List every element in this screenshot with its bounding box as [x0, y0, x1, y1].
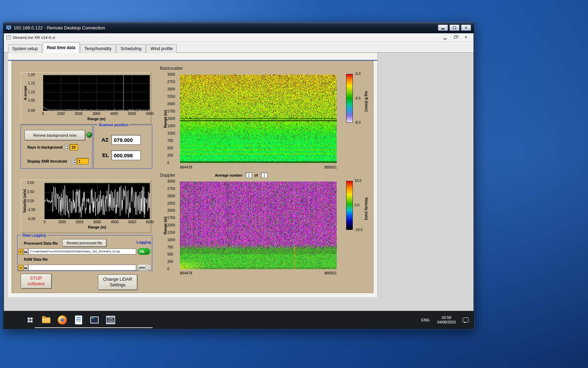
tick-label: 1.10: [28, 90, 41, 94]
tick-label: 1.05: [28, 98, 41, 103]
processed-logging-toggle[interactable]: ON: [138, 248, 150, 255]
rdp-maximize-button[interactable]: [449, 25, 460, 31]
stop-software-button[interactable]: STOPsoftware: [21, 274, 51, 288]
tick-label: 2750: [167, 80, 178, 84]
rays-spinner[interactable]: [65, 144, 69, 150]
velocity-y-axis-label: Velocity (m/s): [22, 183, 27, 219]
tick-label: 750: [167, 245, 178, 250]
doppler-heatmap[interactable]: [180, 182, 337, 269]
tick-label: 1500: [167, 117, 178, 121]
toggle-knob: [145, 265, 149, 270]
tick-label: 3000: [167, 73, 178, 77]
taskbar-underline: [35, 327, 153, 328]
ascope-plot[interactable]: [43, 75, 150, 111]
of-label: of: [254, 173, 258, 177]
tab-scheduling[interactable]: Scheduling: [116, 44, 145, 53]
renew-background-button[interactable]: Renew background now: [24, 130, 85, 140]
raw-browse-button[interactable]: [23, 265, 28, 271]
start-button[interactable]: [25, 315, 35, 325]
processed-browse-button[interactable]: [23, 249, 28, 254]
snr-threshold-label: Display SNR threshold: [27, 159, 67, 163]
scan-scheduler-button[interactable]: Scan Sched: [105, 315, 116, 325]
tick-label: 1750: [167, 216, 178, 220]
doppler-x-labels: 894478 895501: [180, 271, 337, 275]
raw-drive-box[interactable]: C: [19, 265, 23, 271]
app-titlebar[interactable]: StreamLine XR v14-6.vi ✕: [4, 33, 474, 42]
tick-label: 0: [167, 161, 178, 165]
scanner-position-box: Scanner position AZ 079.000 EL 000.098: [93, 125, 152, 169]
tick-label: 1250: [167, 124, 178, 128]
rdp-client-area: StreamLine XR v14-6.vi ✕ System setup Re…: [4, 33, 474, 328]
tick-label: 500: [167, 252, 178, 257]
raw-data-file-path[interactable]: [28, 265, 136, 271]
snr-spinner[interactable]: [72, 158, 76, 164]
ascope-plot-group: A-scope 1.201.151.101.050.99 01000200030…: [21, 72, 151, 124]
tick-label: 250: [167, 154, 178, 158]
rdp-titlebar[interactable]: 192.168.0.122 - Remote Desktop Connectio…: [3, 22, 474, 33]
app-window-icon: [90, 316, 99, 323]
tick-label: -5.00: [27, 217, 41, 221]
desktop-background: 192.168.0.122 - Remote Desktop Connectio…: [0, 0, 588, 368]
tick-label: 0: [167, 267, 178, 271]
tab-wind-profile[interactable]: Wind profile: [146, 44, 177, 53]
tick-label: 500: [167, 146, 178, 150]
taskbar-date: 04/08/2023: [437, 320, 456, 325]
processed-data-file-path[interactable]: C:\Lidar\Data\Proc\2023\202308\20230804\…: [28, 248, 136, 254]
restart-processed-file-button[interactable]: Restart processed file: [62, 239, 106, 247]
velocity-plot[interactable]: [44, 183, 150, 219]
tick-label: 0: [42, 112, 44, 116]
average-count-field[interactable]: 1: [246, 172, 252, 178]
renew-background-led: [86, 132, 92, 138]
az-value-field[interactable]: 079.000: [111, 135, 141, 145]
app-minimize-button[interactable]: [440, 34, 450, 41]
doppler-colorbar[interactable]: [346, 181, 353, 230]
tab-system-setup[interactable]: System setup: [8, 44, 42, 53]
tick-label: 1.15: [28, 81, 41, 86]
tick-label: 3000: [167, 179, 178, 184]
app-restore-button[interactable]: [450, 34, 461, 41]
taskbar-clock[interactable]: 02:50 04/08/2023: [434, 315, 459, 325]
raw-data-file-label: RAW Data file: [24, 257, 48, 261]
velocity-x-axis-label: Range (m): [44, 225, 150, 229]
firefox-button[interactable]: [57, 315, 68, 325]
toggle-knob: [144, 249, 149, 254]
average-total-field[interactable]: 1: [261, 172, 267, 178]
backscatter-x-labels: 894478 895501: [180, 165, 337, 169]
app-close-button[interactable]: ✕: [461, 34, 471, 41]
rdp-minimize-button[interactable]: [438, 25, 448, 31]
tick-label: 0.00: [27, 199, 41, 203]
tick-label: 2000: [75, 112, 83, 116]
change-lidar-settings-button[interactable]: Change LiDARSettings: [98, 274, 137, 290]
file-explorer-button[interactable]: [41, 315, 51, 325]
scanner-position-title: Scanner position: [97, 123, 130, 127]
notification-icon[interactable]: [463, 318, 469, 322]
document-app-button[interactable]: [73, 315, 84, 325]
backscatter-y-ticks: 3000275025002250200017501500125010007505…: [168, 75, 178, 163]
backscatter-colorbar-label: log B (/m/sr): [363, 82, 368, 121]
tick-label: 2750: [167, 187, 178, 191]
tab-temp-humidity[interactable]: Temp/humidity: [80, 44, 115, 53]
average-number-label: Average number: [215, 173, 243, 177]
processed-data-file-label: Processed Data file: [24, 241, 58, 245]
background-controls-box: Renew background now Rays in background …: [21, 125, 92, 169]
processed-drive-box[interactable]: C: [19, 249, 23, 254]
language-indicator[interactable]: ENG: [417, 318, 434, 322]
ascope-y-ticks: 1.201.151.101.050.99: [29, 75, 42, 111]
ascope-y-axis-label: A-scope: [23, 75, 28, 111]
streamline-app-button[interactable]: [89, 315, 100, 325]
tick-label: 6000: [146, 112, 154, 116]
raw-logging-toggle[interactable]: OFF: [137, 264, 151, 271]
doppler-title: Doppler: [160, 173, 175, 178]
backscatter-colorbar[interactable]: [346, 74, 353, 123]
tick-label: 1750: [167, 109, 178, 114]
tick-label: 1.20: [28, 73, 41, 77]
doppler-x-end: 895501: [324, 271, 337, 275]
rays-in-background-label: Rays in background: [27, 145, 62, 149]
el-value-field[interactable]: 000.098: [111, 150, 141, 160]
backscatter-heatmap[interactable]: [180, 75, 337, 163]
rdp-close-button[interactable]: X: [461, 25, 471, 31]
data-logging-box: Data Logging Processed Data file Restart…: [17, 235, 152, 271]
rays-value-field[interactable]: 10: [70, 144, 78, 150]
snr-value-field[interactable]: 1: [77, 158, 89, 164]
tab-real-time-data[interactable]: Real time data: [43, 42, 79, 53]
